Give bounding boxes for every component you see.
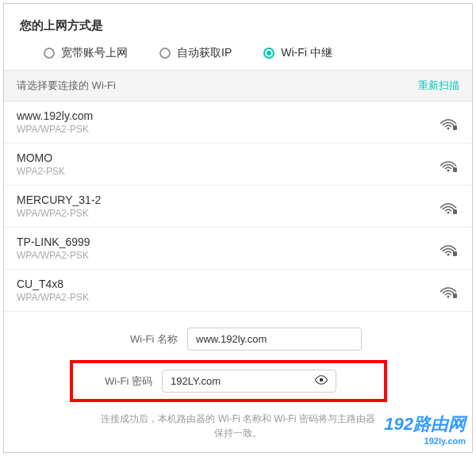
wifi-item[interactable]: www.192ly.com WPA/WPA2-PSK — [4, 102, 472, 144]
settings-panel: 您的上网方式是 宽带账号上网 自动获取IP Wi-Fi 中继 请选择要连接的 W… — [3, 3, 473, 453]
radio-auto-ip[interactable]: 自动获取IP — [159, 46, 232, 60]
wifi-name: CU_T4x8 — [17, 278, 89, 290]
wifi-signal-icon — [437, 240, 459, 256]
wifi-signal-icon — [437, 198, 459, 214]
radio-broadband[interactable]: 宽带账号上网 — [44, 46, 128, 60]
radio-label: 宽带账号上网 — [61, 46, 128, 60]
svg-point-10 — [320, 377, 324, 381]
form-hint: 连接成功后，本机路由器的 Wi-Fi 名称和 Wi-Fi 密码将与主路由器保持一… — [36, 412, 440, 440]
svg-rect-5 — [453, 209, 457, 214]
radio-wifi-repeater[interactable]: Wi-Fi 中继 — [263, 46, 332, 60]
wifi-name: www.192ly.com — [17, 109, 93, 122]
form-section: Wi-Fi 名称 Wi-Fi 密码 连接成功后，本机路由器的 Wi-Fi 名称和… — [4, 312, 472, 448]
radio-label: Wi-Fi 中继 — [281, 46, 332, 60]
wifi-item[interactable]: MOMO WPA2-PSK — [4, 144, 472, 186]
wifi-item[interactable]: CU_T4x8 WPA/WPA2-PSK — [4, 270, 472, 312]
wifi-security: WPA/WPA2-PSK — [17, 292, 89, 303]
radio-icon — [159, 48, 171, 59]
wifi-info: TP-LINK_6999 WPA/WPA2-PSK — [17, 236, 90, 261]
toggle-password-icon[interactable] — [314, 373, 328, 390]
wifi-signal-icon — [437, 156, 459, 172]
wifi-password-input[interactable] — [162, 370, 336, 393]
wifi-list: www.192ly.com WPA/WPA2-PSK MOMO WPA2-PSK… — [4, 102, 472, 312]
wifi-name: TP-LINK_6999 — [17, 236, 90, 248]
wifi-info: MERCURY_31-2 WPA/WPA2-PSK — [17, 194, 101, 219]
wifi-name: MERCURY_31-2 — [17, 194, 101, 206]
wifi-security: WPA/WPA2-PSK — [17, 124, 93, 135]
wifi-item[interactable]: TP-LINK_6999 WPA/WPA2-PSK — [4, 228, 472, 270]
wifi-security: WPA/WPA2-PSK — [17, 208, 101, 219]
wifi-item[interactable]: MERCURY_31-2 WPA/WPA2-PSK — [4, 186, 472, 228]
highlight-box: Wi-Fi 密码 — [70, 360, 387, 402]
wifi-list-header: 请选择要连接的 Wi-Fi 重新扫描 — [4, 70, 472, 102]
svg-rect-9 — [453, 293, 457, 298]
wifi-name-label: Wi-Fi 名称 — [114, 332, 178, 347]
wifi-info: MOMO WPA2-PSK — [17, 151, 65, 177]
list-prompt: 请选择要连接的 Wi-Fi — [17, 79, 116, 93]
wifi-info: CU_T4x8 WPA/WPA2-PSK — [17, 278, 89, 303]
svg-point-2 — [447, 170, 450, 172]
wifi-info: www.192ly.com WPA/WPA2-PSK — [17, 109, 93, 135]
svg-point-4 — [447, 212, 450, 214]
wifi-name: MOMO — [17, 151, 65, 164]
wifi-security: WPA2-PSK — [17, 166, 65, 177]
wifi-password-row: Wi-Fi 密码 — [36, 360, 440, 402]
radio-icon — [263, 48, 274, 59]
svg-point-6 — [447, 254, 450, 256]
button-row: 取消 下一步 — [4, 448, 472, 456]
password-input-wrapper — [162, 370, 336, 393]
svg-point-0 — [447, 128, 450, 130]
page-title: 您的上网方式是 — [20, 18, 456, 33]
radio-icon — [44, 48, 55, 59]
svg-point-8 — [447, 296, 450, 298]
svg-rect-3 — [453, 167, 457, 172]
svg-rect-1 — [453, 125, 457, 130]
connection-mode-group: 宽带账号上网 自动获取IP Wi-Fi 中继 — [20, 46, 456, 60]
wifi-name-row: Wi-Fi 名称 — [36, 328, 440, 351]
svg-rect-7 — [453, 251, 457, 256]
wifi-password-label: Wi-Fi 密码 — [89, 374, 152, 389]
wifi-name-input[interactable] — [187, 328, 362, 351]
rescan-button[interactable]: 重新扫描 — [418, 79, 459, 93]
header: 您的上网方式是 宽带账号上网 自动获取IP Wi-Fi 中继 — [4, 4, 472, 70]
wifi-signal-icon — [437, 114, 459, 130]
wifi-signal-icon — [437, 282, 459, 298]
radio-label: 自动获取IP — [177, 46, 232, 60]
wifi-security: WPA/WPA2-PSK — [17, 250, 90, 261]
